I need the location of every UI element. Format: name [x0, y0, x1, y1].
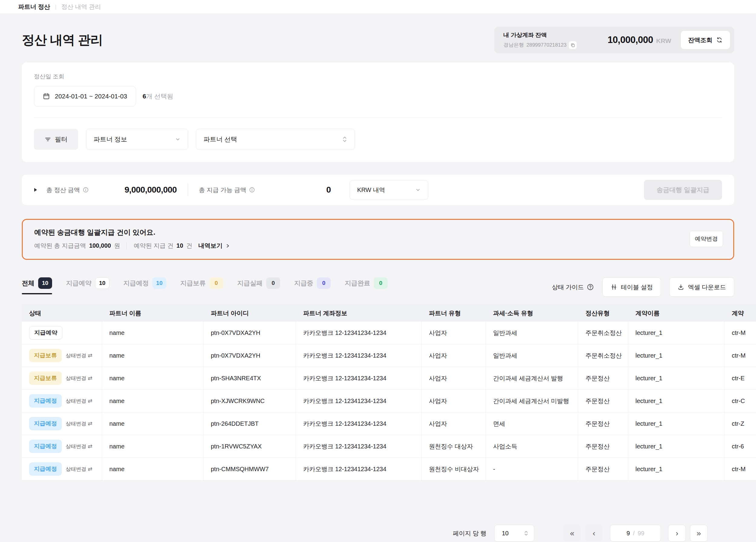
status-change-link[interactable]: 상태변경 ⇄ [66, 466, 92, 473]
first-page-button[interactable]: « [563, 525, 581, 542]
table-header-row: 상태파트너 이름파트너 아이디파트너 계좌정보파트너 유형과세·소득 유형정산유… [22, 305, 756, 322]
status-change-link[interactable]: 상태변경 ⇄ [66, 375, 92, 382]
bank-name: 경남은행 [503, 41, 524, 48]
table-header-cell: 파트너 계좌정보 [296, 309, 422, 317]
page-indicator[interactable]: 9 / 99 [610, 525, 661, 542]
settlement-type-cell: 주문취소정산 [578, 322, 628, 344]
status-change-link[interactable]: 상태변경 ⇄ [66, 398, 92, 405]
partner-type-cell: 사업자 [422, 344, 486, 367]
status-change-link[interactable]: 상태변경 ⇄ [66, 352, 92, 359]
tab-label: 지급완료 [345, 279, 370, 287]
reserved-amount-unit: 원 [114, 242, 120, 250]
status-guide[interactable]: 상태 가이드 [552, 283, 594, 291]
expand-caret-icon[interactable] [33, 187, 38, 193]
partner-account-cell: 카카오뱅크 12-12341234-1234 [296, 322, 422, 344]
status-change-link[interactable]: 상태변경 ⇄ [66, 443, 92, 450]
bulk-pay-button[interactable]: 송금대행 일괄지급 [644, 180, 722, 200]
tax-type-cell: 일반과세 [486, 344, 578, 367]
refresh-icon [716, 37, 723, 43]
excel-download-button[interactable]: 엑셀 다운로드 [669, 277, 734, 297]
info-icon[interactable] [83, 187, 89, 193]
current-page: 9 [627, 530, 630, 537]
tab-count-badge: 0 [317, 277, 331, 289]
page-header: 정산 내역 관리 내 가상계좌 잔액 경남은행 28999770218123 1… [22, 27, 734, 53]
partner-info-select[interactable]: 파트너 정보 [86, 129, 188, 150]
contract-id-cell: ctr-Z [725, 412, 756, 435]
partner-name-cell: name [102, 322, 204, 344]
date-range-value: 2024-01-01 ~ 2024-01-03 [55, 93, 127, 100]
settlement-type-cell: 주문정산 [578, 367, 628, 389]
status-badge: 지급예약 [29, 326, 62, 339]
copy-icon[interactable] [569, 41, 577, 49]
tab-전체[interactable]: 전체10 [22, 277, 52, 294]
contract-name-cell: lecturer_1 [628, 458, 725, 480]
currency-history-select[interactable]: KRW 내역 [350, 180, 428, 200]
table-header-cell: 파트너 이름 [102, 309, 204, 317]
reserved-count-unit: 건 [186, 242, 192, 250]
next-page-icon: › [676, 529, 678, 538]
contract-name-cell: lecturer_1 [628, 322, 725, 344]
table-header-cell: 파트너 유형 [422, 309, 486, 317]
payable-value: 0 [255, 185, 331, 195]
first-page-icon: « [570, 529, 574, 538]
partner-account-cell: 카카오뱅크 12-12341234-1234 [296, 412, 422, 435]
status-badge: 지급예정 [29, 417, 62, 430]
table-header-cell: 정산유형 [578, 309, 628, 317]
last-page-button[interactable]: » [690, 525, 708, 542]
tab-지급예약[interactable]: 지급예약10 [66, 277, 109, 294]
topbar: 파트너 정산 | 정산 내역 관리 [0, 0, 756, 13]
next-page-button[interactable]: › [668, 525, 686, 542]
info-icon[interactable] [249, 187, 255, 193]
tab-지급완료[interactable]: 지급완료0 [345, 277, 388, 294]
view-details-link[interactable]: 내역보기 [198, 242, 230, 250]
tax-type-cell: 면세 [486, 412, 578, 435]
partner-type-cell: 원천징수 비대상자 [422, 458, 486, 480]
table-header-cell: 과세·소득 유형 [486, 309, 578, 317]
tab-count-badge: 10 [152, 277, 166, 289]
breadcrumb-separator: | [55, 4, 57, 10]
rows-per-page-select[interactable]: 10 [494, 525, 534, 542]
filter-button[interactable]: 필터 [34, 129, 78, 150]
date-range-picker[interactable]: 2024-01-01 ~ 2024-01-03 [34, 86, 136, 107]
breadcrumb-parent[interactable]: 파트너 정산 [18, 3, 50, 11]
table-row: 지급예정상태변경 ⇄nameptn-CMMSQHMWW7카카오뱅크 12-123… [22, 458, 756, 481]
partner-account-cell: 카카오뱅크 12-12341234-1234 [296, 458, 422, 480]
table-row: 지급예정상태변경 ⇄nameptn-XJWCRK9WNC카카오뱅크 12-123… [22, 390, 756, 412]
partner-select[interactable]: 파트너 선택 [196, 129, 355, 150]
partner-name-cell: name [102, 458, 204, 480]
tab-지급보류[interactable]: 지급보류0 [180, 277, 223, 294]
calendar-icon [43, 93, 50, 100]
page-title: 정산 내역 관리 [22, 31, 103, 48]
status-tabs: 전체10지급예약10지급예정10지급보류0지급실패0지급중0지급완료0 [22, 277, 388, 294]
table-row: 지급보류상태변경 ⇄nameptn-0X7VDXA2YH카카오뱅크 12-123… [22, 344, 756, 367]
tab-지급예정[interactable]: 지급예정10 [123, 277, 166, 294]
balance-refresh-button[interactable]: 잔액조회 [681, 31, 730, 49]
table-settings-button[interactable]: 테이블 설정 [602, 277, 661, 297]
partner-name-cell: name [102, 412, 204, 435]
table-row: 지급예정상태변경 ⇄nameptn-264DDETJBT카카오뱅크 12-123… [22, 412, 756, 435]
tab-지급실패[interactable]: 지급실패0 [237, 277, 280, 294]
tab-label: 지급실패 [237, 279, 263, 287]
change-reservation-button[interactable]: 예약변경 [690, 231, 723, 247]
tab-label: 지급예약 [66, 279, 91, 287]
table-header-cell: 계약이름 [628, 309, 725, 317]
status-change-link[interactable]: 상태변경 ⇄ [66, 420, 92, 427]
reserved-count-value: 10 [177, 242, 183, 249]
partner-name-cell: name [102, 435, 204, 458]
tab-count-badge: 0 [266, 277, 280, 289]
contract-id-cell: ctr-C [725, 390, 756, 412]
contract-name-cell: lecturer_1 [628, 412, 725, 435]
settlement-type-cell: 주문정산 [578, 390, 628, 412]
swap-icon: ⇄ [88, 375, 92, 381]
reserved-count-label: 예약된 지급 건 [134, 242, 173, 250]
alert-meta-divider [127, 242, 127, 250]
tab-지급중[interactable]: 지급중0 [294, 277, 331, 294]
partner-id-cell: ptn-XJWCRK9WNC [204, 390, 296, 412]
balance-amount: 10,000,000 [608, 35, 653, 45]
contract-name-cell: lecturer_1 [628, 344, 725, 367]
table-row: 지급보류상태변경 ⇄nameptn-SHA3NRE4TX카카오뱅크 12-123… [22, 367, 756, 390]
virtual-account-balance-card: 내 가상계좌 잔액 경남은행 28999770218123 10,000,000… [494, 27, 734, 53]
last-page-icon: » [697, 529, 701, 538]
partner-type-cell: 사업자 [422, 322, 486, 344]
prev-page-button[interactable]: ‹ [585, 525, 603, 542]
